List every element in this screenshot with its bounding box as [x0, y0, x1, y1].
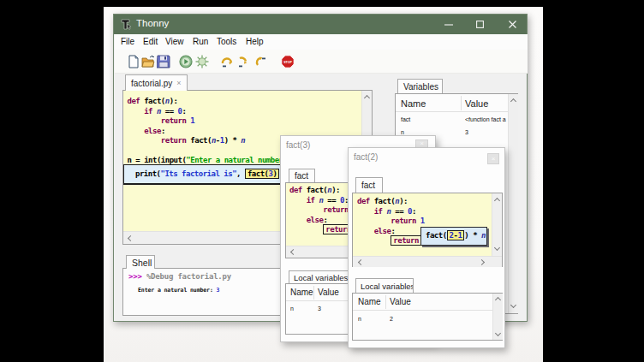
shell-line-debug: >>> %Debug factorial.py [128, 272, 231, 281]
tab-factorial-label: factorial.py [131, 79, 172, 88]
variables-row-fact-name[interactable]: fact [401, 116, 459, 122]
scroll-down-icon[interactable] [495, 330, 501, 336]
tab-factorial-py[interactable]: factorial.py × [125, 74, 188, 91]
variables-header-underline [396, 111, 508, 112]
new-file-icon[interactable] [127, 55, 140, 68]
scroll-up-icon[interactable] [364, 95, 370, 101]
scroll-down-icon[interactable] [510, 302, 516, 308]
run-icon[interactable] [179, 55, 193, 68]
fact3-col-value[interactable]: Value [318, 288, 339, 297]
close-button[interactable] [499, 15, 525, 34]
fact2-hscrollbar[interactable] [353, 256, 502, 267]
focused-statement-box: print("Its factorial is", fact(3)) [123, 164, 285, 185]
fact2-title: fact(2) [354, 152, 378, 162]
fact2-row-n-value[interactable]: 2 [390, 316, 424, 322]
fact3-title: fact(3) [286, 140, 310, 150]
fact3-col-name[interactable]: Name [290, 288, 313, 297]
fact2-close-button[interactable]: × [487, 153, 499, 164]
open-file-icon[interactable] [141, 55, 155, 68]
menu-view[interactable]: View [165, 37, 184, 46]
maximize-icon [476, 21, 484, 28]
scroll-left-icon[interactable] [290, 249, 296, 255]
minimize-button[interactable] [436, 15, 462, 34]
scroll-up-icon[interactable] [494, 198, 500, 204]
scroll-down-icon[interactable] [494, 245, 500, 251]
fact2-local-label: Local variables [361, 282, 414, 291]
stop-icon[interactable]: STOP [281, 55, 295, 68]
shell-line-input: Enter a natural number: 3 [138, 287, 219, 294]
fact2-tab-label: fact [361, 181, 375, 190]
fact2-tab-local-variables[interactable]: Local variables [355, 278, 414, 293]
close-icon [509, 21, 516, 28]
scroll-right-icon[interactable] [479, 259, 485, 265]
fact2-expression-box: fact(2-1) * n [420, 227, 487, 246]
menu-run[interactable]: Run [193, 37, 208, 46]
debug-icon[interactable] [195, 55, 209, 68]
tab-shell-label: Shell [132, 258, 152, 268]
menu-tools[interactable]: Tools [217, 37, 236, 46]
minimize-icon [444, 21, 453, 29]
menu-bar: File Edit View Run Tools Help [115, 34, 528, 50]
tab-variables-label: Variables [403, 82, 438, 92]
fact3-header-separator [313, 286, 314, 300]
variables-header-separator [461, 96, 462, 110]
fact2-locals-vscrollbar[interactable] [492, 294, 503, 340]
tab-variables[interactable]: Variables [397, 79, 443, 93]
scroll-up-icon[interactable] [495, 297, 501, 303]
variables-col-value[interactable]: Value [465, 98, 488, 109]
window-title: Thonny [136, 18, 169, 28]
toolbar: STOP [115, 50, 528, 74]
fact3-tab-local-variables[interactable]: Local variables [289, 270, 354, 283]
step-over-icon[interactable] [221, 55, 235, 68]
frame-window-fact2: fact(2) × fact def fact(n): if n == 0: r… [348, 147, 505, 348]
fact2-code-pane: def fact(n): if n == 0: return 1 else: r… [352, 193, 503, 267]
variables-vscrollbar[interactable] [508, 94, 518, 313]
thonny-app-icon [121, 19, 132, 30]
menu-file[interactable]: File [121, 37, 134, 46]
fact3-row-n-value[interactable]: 3 [318, 306, 352, 312]
fact2-col-value[interactable]: Value [390, 297, 411, 306]
variables-row-n-name[interactable]: n [401, 129, 459, 135]
slide-background: Thonny File Edit View Run Tools Help [104, 7, 543, 362]
fact2-header-separator [385, 295, 386, 309]
variables-col-name[interactable]: Name [401, 98, 426, 109]
fact3-tab-label: fact [295, 171, 308, 181]
save-file-icon[interactable] [157, 55, 170, 68]
fact3-local-label: Local variables [294, 273, 348, 282]
titlebar[interactable]: Thonny [114, 15, 527, 34]
maximize-button[interactable] [467, 15, 492, 34]
fact3-tab-fact[interactable]: fact [289, 169, 315, 182]
fact3-row-n-name[interactable]: n [290, 306, 313, 312]
fact2-header-underline [353, 310, 492, 311]
scroll-left-icon[interactable] [358, 259, 364, 265]
step-into-icon[interactable] [237, 55, 251, 68]
fact2-col-name[interactable]: Name [358, 297, 381, 306]
scroll-left-icon[interactable] [128, 235, 134, 241]
menu-help[interactable]: Help [246, 37, 264, 46]
variables-row-fact-value[interactable]: <function fact a [465, 116, 508, 122]
step-out-icon[interactable] [253, 55, 267, 68]
backdrop: Thonny File Edit View Run Tools Help [0, 0, 644, 362]
fact2-row-n-name[interactable]: n [358, 316, 384, 322]
menu-edit[interactable]: Edit [143, 37, 158, 46]
fact2-tab-fact[interactable]: fact [355, 177, 383, 193]
tab-close-icon[interactable]: × [176, 79, 181, 87]
fact2-vscrollbar[interactable] [492, 193, 502, 256]
variables-row-n-value[interactable]: 3 [465, 129, 508, 135]
scroll-up-icon[interactable] [510, 98, 516, 104]
fact2-locals-pane: Name Value n 2 [352, 293, 503, 341]
svg-text:STOP: STOP [283, 61, 292, 64]
tab-shell[interactable]: Shell [126, 255, 155, 269]
fact2-code: def fact(n): if n == 0: return 1 else: r… [353, 193, 492, 256]
